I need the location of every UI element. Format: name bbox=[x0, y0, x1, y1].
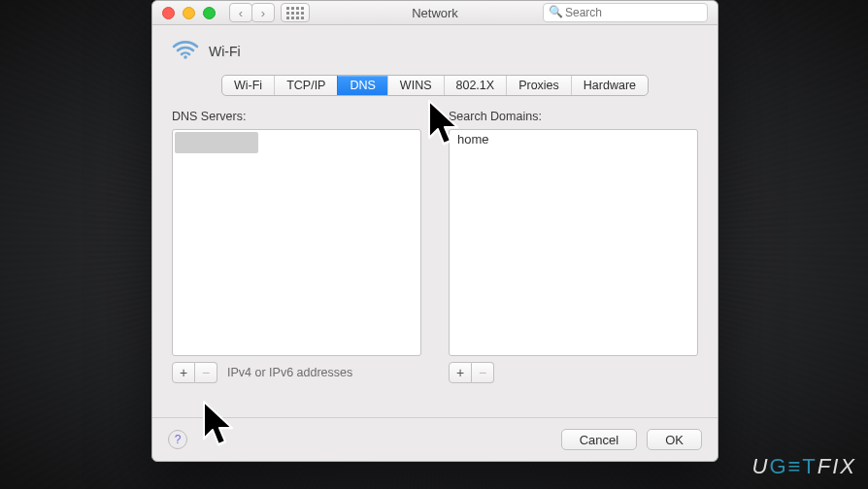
close-icon[interactable] bbox=[162, 7, 175, 19]
dns-servers-list[interactable] bbox=[172, 129, 421, 356]
watermark: UG≡TFIX bbox=[751, 454, 856, 479]
tab-dns[interactable]: DNS bbox=[337, 76, 386, 95]
domain-add-button[interactable]: + bbox=[449, 362, 472, 383]
dns-hint: IPv4 or IPv6 addresses bbox=[227, 366, 352, 379]
search-input[interactable] bbox=[543, 3, 708, 22]
grid-icon bbox=[286, 7, 304, 19]
tab-hardware[interactable]: Hardware bbox=[571, 76, 648, 95]
zoom-icon[interactable] bbox=[203, 7, 216, 19]
wifi-icon bbox=[172, 39, 199, 63]
show-all-button[interactable] bbox=[281, 3, 310, 22]
dns-remove-button[interactable]: − bbox=[195, 362, 217, 383]
nav-buttons: ‹ › bbox=[229, 3, 275, 22]
dns-add-button[interactable]: + bbox=[172, 362, 195, 383]
dns-servers-panel: DNS Servers: + − IPv4 or IPv6 addresses bbox=[172, 110, 421, 383]
service-header: Wi-Fi bbox=[168, 25, 702, 75]
back-button[interactable]: ‹ bbox=[229, 3, 252, 22]
search-domains-panel: Search Domains: home + − bbox=[449, 110, 698, 383]
minimize-icon[interactable] bbox=[183, 7, 195, 19]
plus-icon: + bbox=[456, 365, 464, 380]
dialog-footer: ? Cancel OK bbox=[152, 417, 718, 461]
tab-wifi[interactable]: Wi-Fi bbox=[222, 76, 274, 95]
titlebar: ‹ › Network 🔍 bbox=[152, 1, 718, 25]
search-field-wrap: 🔍 bbox=[543, 3, 708, 22]
traffic-lights bbox=[162, 7, 216, 19]
service-name: Wi-Fi bbox=[209, 44, 241, 59]
domain-remove-button[interactable]: − bbox=[472, 362, 494, 383]
search-domains-label: Search Domains: bbox=[449, 110, 698, 123]
minus-icon: − bbox=[202, 365, 210, 380]
list-item[interactable]: home bbox=[450, 130, 697, 151]
tab-proxies[interactable]: Proxies bbox=[506, 76, 571, 95]
cancel-button[interactable]: Cancel bbox=[561, 429, 637, 450]
tab-wins[interactable]: WINS bbox=[387, 76, 444, 95]
tab-tcpip[interactable]: TCP/IP bbox=[274, 76, 337, 95]
dns-servers-label: DNS Servers: bbox=[172, 110, 421, 123]
forward-button[interactable]: › bbox=[251, 3, 275, 22]
network-preferences-window: ‹ › Network 🔍 bbox=[151, 0, 718, 462]
tab-bar: Wi-Fi TCP/IP DNS WINS 802.1X Proxies Har… bbox=[168, 75, 702, 96]
help-button[interactable]: ? bbox=[168, 430, 187, 449]
ok-button[interactable]: OK bbox=[647, 429, 702, 450]
svg-point-0 bbox=[184, 55, 187, 59]
minus-icon: − bbox=[479, 365, 486, 380]
tab-8021x[interactable]: 802.1X bbox=[444, 76, 507, 95]
search-icon: 🔍 bbox=[549, 5, 563, 18]
help-icon: ? bbox=[175, 433, 182, 446]
plus-icon: + bbox=[180, 365, 187, 380]
search-domains-list[interactable]: home bbox=[449, 129, 698, 356]
list-item[interactable] bbox=[175, 132, 258, 153]
